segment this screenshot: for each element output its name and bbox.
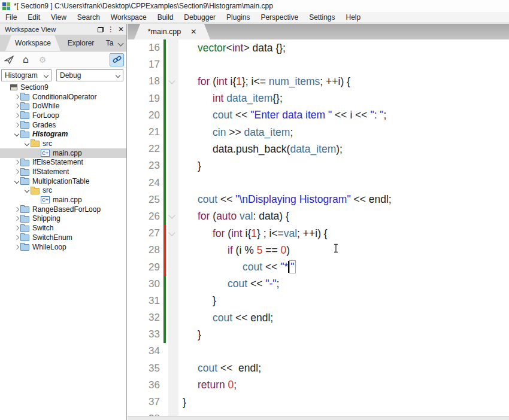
settings-gear-icon[interactable]: ⚙	[36, 53, 49, 66]
code-text: cout << endl;	[177, 312, 273, 324]
tab-workspace[interactable]: Workspace	[5, 35, 60, 51]
tree-item-forloop[interactable]: ForLoop	[0, 111, 126, 120]
code-line-36[interactable]: 36return 0;	[128, 377, 509, 394]
code-line-27[interactable]: 27for (int i{1} ; i<=val; ++i) {	[128, 225, 509, 242]
menu-help[interactable]: Help	[341, 12, 366, 23]
code-text: }	[177, 160, 201, 172]
code-line-29[interactable]: 29cout << "*"	[128, 258, 509, 275]
menu-plugins[interactable]: Plugins	[221, 12, 255, 23]
chevron-down-icon[interactable]	[23, 188, 31, 192]
code-line-37[interactable]: 37}	[128, 394, 509, 410]
menu-workspace[interactable]: Workspace	[105, 12, 152, 23]
tree-item-switchenum[interactable]: SwitchEnum	[0, 233, 126, 242]
float-panel-icon[interactable]	[98, 27, 104, 32]
line-number: 19	[128, 93, 163, 105]
chevron-down-icon[interactable]	[23, 142, 31, 145]
code-line-32[interactable]: 32cout << endl;	[128, 309, 509, 326]
folder-icon	[20, 178, 29, 185]
tree-item-rangebasedforloop[interactable]: RangeBasedForLoop	[0, 205, 126, 214]
fold-marker-icon[interactable]	[166, 80, 177, 83]
horizontal-scrollbar[interactable]	[128, 416, 509, 420]
panel-menu-icon[interactable]: ⋮	[107, 26, 114, 33]
menu-perspective[interactable]: Perspective	[255, 12, 304, 23]
tree-item-switch[interactable]: Switch	[0, 223, 126, 233]
menu-file[interactable]: File	[0, 12, 22, 23]
tree-item-shipping[interactable]: Shipping	[0, 214, 126, 224]
tree-item-dowhile[interactable]: DoWhile	[0, 101, 126, 111]
tab-more[interactable]: Ta	[103, 35, 116, 51]
panel-close-icon[interactable]: ✕	[118, 26, 124, 33]
tree-item-histogram[interactable]: Histogram	[0, 129, 126, 139]
menu-search[interactable]: Search	[72, 12, 105, 23]
tree-item-conditionaloperator[interactable]: ConditionalOperator	[0, 92, 126, 102]
tree-item-label: Histogram	[32, 130, 68, 138]
chevron-right-icon[interactable]	[13, 104, 20, 108]
code-line-24[interactable]: 24	[128, 175, 509, 191]
chevron-right-icon[interactable]	[13, 95, 20, 99]
tree-item-label: MultiplcationTable	[32, 177, 89, 185]
code-line-35[interactable]: 35cout << endl;	[128, 360, 509, 377]
tree-item-src[interactable]: src	[0, 186, 126, 196]
code-line-26[interactable]: 26for (auto val: data) {	[128, 208, 509, 225]
home-icon[interactable]: ⌂	[19, 53, 32, 66]
menu-settings[interactable]: Settings	[304, 12, 340, 23]
code-line-21[interactable]: 21cin >> data_item;	[128, 124, 509, 141]
link-editor-icon[interactable]	[110, 53, 124, 66]
tab-explorer[interactable]: Explorer	[62, 35, 99, 51]
chevron-right-icon[interactable]	[13, 226, 20, 230]
change-bar	[163, 276, 166, 293]
tree-item-section9[interactable]: Section9	[0, 83, 126, 92]
tree-item-label: ConditionalOperator	[32, 93, 96, 101]
tree-item-label: src	[43, 186, 52, 194]
tree-item-whileloop[interactable]: WhileLoop	[0, 242, 126, 252]
chevron-down-icon[interactable]	[13, 179, 20, 183]
collapse-all-icon[interactable]	[2, 53, 16, 66]
tab-overflow-chevron[interactable]	[116, 35, 125, 51]
code-line-30[interactable]: 30cout << "-";	[128, 276, 509, 293]
menu-debugger[interactable]: Debugger	[178, 12, 221, 23]
tree-item-src[interactable]: src	[0, 139, 126, 148]
chevron-right-icon[interactable]	[13, 114, 20, 117]
chevron-right-icon[interactable]	[13, 170, 20, 174]
tree-item-main-cpp[interactable]: C+main.cpp	[0, 148, 126, 158]
change-bar	[163, 157, 166, 174]
code-line-34[interactable]: 34	[128, 343, 509, 360]
chevron-right-icon[interactable]	[13, 208, 20, 211]
code-line-16[interactable]: 16vector<int> data {};	[128, 39, 509, 56]
code-line-33[interactable]: 33}	[128, 326, 509, 343]
fold-marker-icon[interactable]	[166, 232, 177, 235]
chevron-right-icon[interactable]	[13, 123, 20, 127]
project-select[interactable]: Histogram	[1, 69, 51, 81]
config-select[interactable]: Debug	[56, 69, 123, 81]
tree-item-multiplcationtable[interactable]: MultiplcationTable	[0, 176, 126, 186]
chevron-right-icon[interactable]	[13, 160, 20, 164]
chevron-right-icon[interactable]	[13, 217, 20, 220]
menu-view[interactable]: View	[46, 12, 72, 23]
chevron-right-icon[interactable]	[13, 236, 20, 239]
menu-build[interactable]: Build	[152, 12, 179, 23]
chevron-right-icon[interactable]	[13, 245, 20, 249]
tree-item-ifelsestatement[interactable]: IfElseStatement	[0, 158, 126, 168]
line-number: 34	[128, 345, 163, 357]
code-line-31[interactable]: 31}	[128, 293, 509, 309]
code-line-25[interactable]: 25cout << "\nDisplaying Histogram" << en…	[128, 191, 509, 208]
code-line-19[interactable]: 19int data_item{};	[128, 90, 509, 107]
chevron-down-icon[interactable]	[13, 132, 20, 136]
change-bar	[163, 141, 166, 157]
tree-item-main-cpp[interactable]: C+main.cpp	[0, 195, 126, 205]
tree-item-ifstatement[interactable]: IfStatement	[0, 167, 126, 176]
code-line-17[interactable]: 17	[128, 56, 509, 73]
code-line-22[interactable]: 22data.push_back(data_item);	[128, 141, 509, 157]
code-line-23[interactable]: 23}	[128, 157, 509, 174]
menu-edit[interactable]: Edit	[22, 12, 46, 23]
fold-marker-icon[interactable]	[166, 215, 177, 218]
editor-tab-main-cpp[interactable]: *main.cpp ✕	[134, 24, 210, 39]
change-bar	[163, 191, 166, 208]
code-line-28[interactable]: 28if (i % 5 == 0)	[128, 242, 509, 258]
tab-close-icon[interactable]: ✕	[190, 28, 196, 36]
code-editor[interactable]: 16vector<int> data {};1718for (int i{1};…	[128, 39, 509, 420]
code-line-20[interactable]: 20cout << "Enter data item " << i << ": …	[128, 107, 509, 124]
tree-item-grades[interactable]: Grades	[0, 120, 126, 130]
change-bar	[163, 242, 166, 258]
code-line-18[interactable]: 18for (int i{1}; i<= num_items; ++i) {	[128, 73, 509, 90]
